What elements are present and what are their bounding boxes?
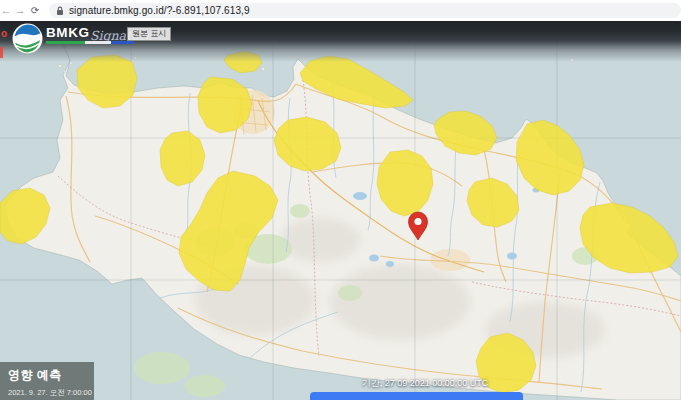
brand-title: BMKG: [46, 25, 90, 40]
underline-white: [85, 41, 111, 44]
map-svg: [0, 0, 681, 400]
period-label: 기간, 27 09 2021 00:00:00 UTC: [345, 377, 505, 390]
lock-icon: [56, 6, 64, 16]
impact-forecast-panel: 영향 예측 2021. 9. 27. 오전 7:00:00: [0, 362, 94, 400]
red-fragment: [0, 47, 3, 58]
impact-forecast-datetime: 2021. 9. 27. 오전 7:00:00: [8, 388, 94, 398]
underline-green: [46, 41, 85, 44]
url-text: signature.bmkg.go.id/?-6.891,107.613,9: [69, 5, 250, 16]
refresh-icon[interactable]: ⟳: [29, 0, 41, 21]
map-canvas[interactable]: [0, 0, 681, 400]
address-bar[interactable]: signature.bmkg.go.id/?-6.891,107.613,9: [49, 3, 681, 18]
browser-toolbar: ← → ⟳ signature.bmkg.go.id/?-6.891,107.6…: [0, 0, 681, 21]
brand-underline: [46, 41, 134, 44]
impact-forecast-title: 영향 예측: [8, 367, 94, 384]
translate-original-button[interactable]: 원본 표시: [127, 27, 171, 41]
underline-blue: [111, 41, 134, 44]
timeline-progress-bar[interactable]: [310, 392, 523, 400]
back-arrow-icon[interactable]: ←: [0, 0, 12, 21]
bmkg-signature-app: BMKG Signature 원본 표시 o 영향 예측 2021. 9. 27…: [0, 0, 681, 400]
forward-arrow-icon[interactable]: →: [14, 0, 26, 21]
google-ghost-fragment: o: [1, 28, 7, 39]
bmkg-logo: [12, 23, 43, 54]
